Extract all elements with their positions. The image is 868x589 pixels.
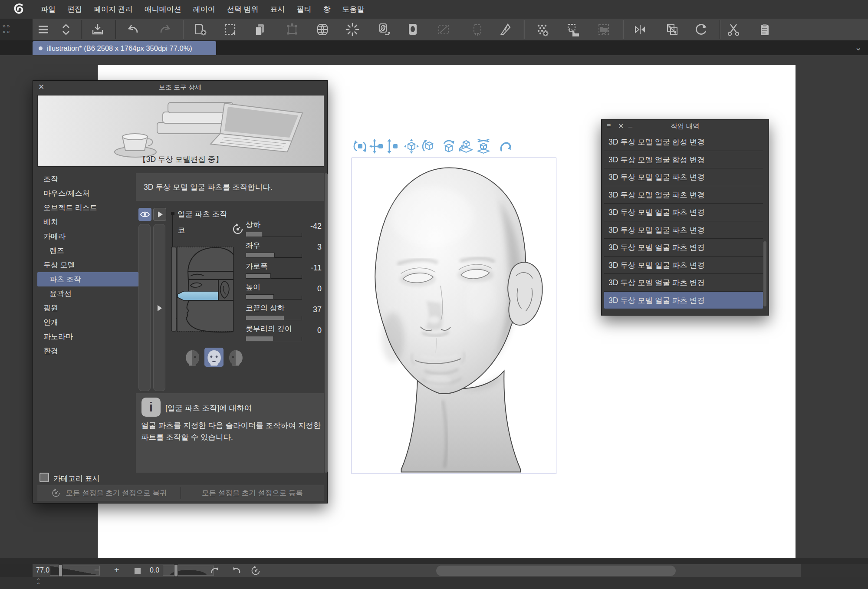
ruler-off-icon[interactable] xyxy=(436,22,451,37)
menu-selection[interactable]: 선택 범위 xyxy=(227,4,259,14)
camera-zoom-icon[interactable] xyxy=(385,138,400,154)
vector-pen-icon[interactable] xyxy=(497,22,513,37)
history-row[interactable]: 3D 두상 모델 얼굴 파츠 변경 xyxy=(604,168,763,186)
paste-icon[interactable] xyxy=(757,22,773,37)
history-scrollbar[interactable] xyxy=(763,241,766,306)
category-head-model[interactable]: 두상 모델 xyxy=(37,258,138,272)
rotate-right-icon[interactable] xyxy=(231,566,242,576)
slider-track[interactable] xyxy=(246,232,302,237)
category-light-source[interactable]: 광원 xyxy=(37,301,138,315)
rotate-canvas-icon[interactable] xyxy=(694,22,709,37)
slider-track[interactable] xyxy=(246,294,302,299)
menu-edit[interactable]: 편집 xyxy=(67,4,82,14)
camera-pan-icon[interactable] xyxy=(369,138,385,154)
face-front-view-button[interactable] xyxy=(204,348,224,367)
rectangle-select-icon[interactable] xyxy=(222,22,238,37)
restore-defaults-button[interactable]: 모든 설정을 초기 설정으로 복귀 xyxy=(37,485,181,501)
category-panorama[interactable]: 파노라마 xyxy=(37,329,138,344)
category-display-checkbox[interactable] xyxy=(39,473,49,482)
fit-screen-button[interactable] xyxy=(134,568,141,575)
menu-layer[interactable]: 레이어 xyxy=(193,4,215,14)
tab-list-chevron-icon[interactable]: ⌄ xyxy=(855,42,862,53)
zoom-in-button[interactable]: + xyxy=(114,565,119,575)
document-tab[interactable]: illustration* (B6 2508 x 1764px 350dpi 7… xyxy=(33,41,216,55)
face-part-diagram[interactable] xyxy=(171,243,235,335)
reset-slider-icon[interactable] xyxy=(232,223,244,235)
object-snap-ground-icon[interactable] xyxy=(476,138,491,154)
change-paper-icon[interactable] xyxy=(376,22,392,37)
undo-icon[interactable] xyxy=(125,22,141,37)
rotate-left-icon[interactable] xyxy=(210,566,220,576)
glow-off-icon[interactable] xyxy=(470,22,485,37)
3d-head-model[interactable] xyxy=(352,158,555,473)
main-menu-icon[interactable] xyxy=(36,22,51,37)
zoom-slider[interactable] xyxy=(50,566,100,576)
register-defaults-button[interactable]: 모든 설정을 초기 설정으로 등록 xyxy=(181,485,324,501)
rotation-slider-thumb[interactable] xyxy=(174,564,178,577)
dock-arrows[interactable]: »»»» xyxy=(0,19,33,40)
category-parts-operation[interactable]: 파츠 조작 xyxy=(37,272,138,286)
panel-scrollbar[interactable] xyxy=(325,173,328,473)
zoom-slider-thumb[interactable] xyxy=(59,564,62,577)
undo-pose-icon[interactable] xyxy=(497,138,513,154)
new-page-icon[interactable] xyxy=(193,22,208,37)
3d-object-bounds[interactable] xyxy=(352,158,556,474)
category-outline[interactable]: 윤곽선 xyxy=(37,286,138,301)
face-left-view-button[interactable] xyxy=(183,348,202,367)
menu-view[interactable]: 표시 xyxy=(270,4,285,14)
cut-icon[interactable] xyxy=(726,22,741,37)
category-mouse-gesture[interactable]: 마우스/제스처 xyxy=(37,186,138,201)
category-camera[interactable]: 카메라 xyxy=(37,229,138,243)
slider-track[interactable] xyxy=(246,273,302,279)
history-row[interactable]: 3D 두상 모델 얼굴 파츠 변경 xyxy=(604,186,763,204)
history-row[interactable]: 3D 두상 모델 얼굴 파츠 변경 xyxy=(604,239,763,257)
slider-track[interactable] xyxy=(246,253,302,258)
processing-spinner-icon[interactable] xyxy=(345,22,360,37)
category-fog[interactable]: 안개 xyxy=(37,315,138,329)
menu-help[interactable]: 도움말 xyxy=(342,4,364,14)
category-arrangement[interactable]: 배치 xyxy=(37,215,138,229)
history-row[interactable]: 3D 두상 모델 얼굴 파츠 변경 xyxy=(604,221,763,239)
duplicate-layer-icon[interactable] xyxy=(252,22,268,37)
visibility-toggle-button[interactable] xyxy=(138,208,151,221)
redo-icon[interactable] xyxy=(157,22,173,37)
zoom-out-button[interactable]: − xyxy=(94,565,99,575)
save-icon[interactable] xyxy=(90,22,105,37)
history-row[interactable]: 3D 두상 모델 얼굴 파츠 변경 xyxy=(604,274,763,292)
tone-add-icon[interactable] xyxy=(534,22,550,37)
flip-horizontal-icon[interactable] xyxy=(632,22,648,37)
panel-title-bar[interactable]: ✕ 보조 도구 상세 xyxy=(33,81,327,94)
category-lens[interactable]: 렌즈 xyxy=(37,243,138,258)
mask-layer-icon[interactable] xyxy=(405,22,421,37)
menu-animation[interactable]: 애니메이션 xyxy=(145,4,181,14)
object-rotate-icon[interactable] xyxy=(421,138,437,154)
slider-track[interactable] xyxy=(246,336,302,341)
history-row[interactable]: 3D 두상 모델 얼굴 합성 변경 xyxy=(604,151,763,169)
category-environment[interactable]: 환경 xyxy=(37,344,138,358)
menu-file[interactable]: 파일 xyxy=(41,4,56,14)
scale-rotate-icon[interactable] xyxy=(664,22,680,37)
mesh-transform-icon[interactable] xyxy=(315,22,330,37)
rotation-slider[interactable] xyxy=(163,566,214,576)
transform-handles-icon[interactable] xyxy=(284,22,300,37)
category-operation[interactable]: 조작 xyxy=(37,172,138,186)
history-row[interactable]: 3D 두상 모델 얼굴 파츠 변경 xyxy=(604,257,763,274)
menu-page-manage[interactable]: 페이지 관리 xyxy=(94,4,133,14)
history-row-selected[interactable]: 3D 두상 모델 얼굴 파츠 변경 xyxy=(604,292,763,309)
expand-up-icon[interactable]: ⌃⌃ xyxy=(36,579,41,587)
menu-filter[interactable]: 필터 xyxy=(296,4,311,14)
material-move-icon[interactable] xyxy=(596,22,612,37)
category-object-list[interactable]: 오브젝트 리스트 xyxy=(37,201,138,215)
object-move-icon[interactable] xyxy=(404,138,419,154)
menu-window[interactable]: 창 xyxy=(323,4,330,14)
reset-view-icon[interactable] xyxy=(250,566,261,576)
face-right-view-button[interactable] xyxy=(226,348,245,367)
flag-column[interactable] xyxy=(153,224,165,391)
history-row[interactable]: 3D 두상 모델 얼굴 파츠 변경 xyxy=(604,204,763,221)
history-title-bar[interactable]: ≡ ✕ _ 작업 내역 xyxy=(602,120,769,132)
material-swap-icon[interactable] xyxy=(566,22,581,37)
flag-toggle-button[interactable] xyxy=(153,208,166,221)
object-rotate-y-icon[interactable] xyxy=(441,138,457,154)
history-row[interactable]: 3D 두상 모델 얼굴 합성 변경 xyxy=(604,133,763,151)
visibility-column[interactable] xyxy=(138,224,151,391)
